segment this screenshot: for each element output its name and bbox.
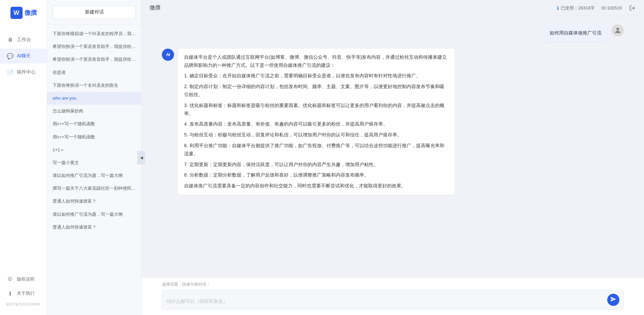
chat-list-item[interactable]: who are you — [47, 92, 141, 105]
chat-list: 下面你将模拟成一个叫圣友的程序员，我说...希望你扮演一个英语发音助手，我提供给… — [47, 25, 141, 315]
nav-icon-email: 📄 — [7, 69, 13, 76]
chat-list-item[interactable]: 普通人如何快速致富？ — [47, 221, 141, 234]
left-nav: W 微撰 🖥 工作台 💬 AI聊天 📄 稿件中心 © 版权说明 ℹ 关于我们 冀… — [0, 0, 47, 315]
chat-list-item[interactable]: 撰写一篇关于八大家花园社区一刻钟便民生... — [47, 182, 141, 195]
nav-icon-ai-chat: 💬 — [7, 53, 13, 59]
topbar-title: 微撰 — [150, 4, 160, 11]
chat-list-item[interactable]: 普通人如何快速致富？ — [47, 195, 141, 208]
copyright-icon: © — [7, 276, 13, 283]
chat-input[interactable] — [166, 298, 604, 306]
new-chat-button[interactable]: 新建对话 — [53, 5, 136, 19]
chat-list-item[interactable]: 写一篇小黄文 — [47, 156, 141, 169]
main-content: 微撰 ℹ 已使用：28318字 ID:100519 如何用自媒体做推广引流AI自… — [142, 0, 644, 315]
logout-button[interactable] — [628, 4, 636, 12]
chat-list-item[interactable]: 你是谁 — [47, 66, 141, 79]
nav-items: 🖥 工作台 💬 AI聊天 📄 稿件中心 — [0, 32, 47, 272]
chat-list-item[interactable]: 希望你扮演一个英语发音助手，我提供给你... — [47, 40, 141, 53]
usage-display: ℹ 已使用：28318字 — [557, 5, 595, 11]
send-button[interactable] — [607, 294, 619, 306]
chat-list-item[interactable]: 下面你将模拟成一个叫圣友的程序员，我说... — [47, 27, 141, 40]
chat-list-item[interactable]: 希望你扮演一个英语发音助手，我提供给你... — [47, 53, 141, 66]
chat-area: 如何用自媒体做推广引流AI自媒体平台是个人或团队通过互联网平台(如博客、微博、微… — [142, 16, 644, 277]
chat-list-item[interactable]: 请以如何推广引流为题，写一篇大纲 — [47, 169, 141, 182]
nav-label-workspace: 工作台 — [17, 37, 31, 43]
send-icon — [610, 296, 616, 304]
info-icon: ℹ — [557, 5, 559, 11]
nav-item-workspace[interactable]: 🖥 工作台 — [0, 32, 47, 47]
topbar-right: ℹ 已使用：28318字 ID:100519 — [557, 4, 636, 12]
chat-list-item[interactable]: 下面你将扮演一个名叫圣友的医生 — [47, 79, 141, 92]
topbar: 微撰 ℹ 已使用：28318字 ID:100519 — [142, 0, 644, 16]
ai-message: 自媒体平台是个人或团队通过互联网平台(如博客、微博、微信公众号、抖音、快手等)发… — [178, 49, 455, 195]
nav-label-email: 稿件中心 — [17, 69, 36, 75]
logo-icon: W — [10, 7, 23, 19]
nav-label-ai-chat: AI聊天 — [17, 53, 31, 59]
nav-item-ai-chat[interactable]: 💬 AI聊天 — [0, 49, 47, 63]
info-icon: ℹ — [7, 290, 13, 297]
collapse-sidebar-button[interactable]: ◀ — [137, 151, 145, 164]
copyright-item[interactable]: © 版权说明 — [0, 272, 47, 286]
user-message: 如何用自媒体做推广引流 — [544, 24, 608, 42]
input-area: 选择话题，快速与我对话： — [142, 277, 644, 315]
chat-list-item[interactable]: 请以如何推广引流为题，写一篇大纲 — [47, 208, 141, 221]
user-avatar — [612, 24, 624, 36]
input-wrapper — [162, 290, 624, 310]
nav-item-email[interactable]: 📄 稿件中心 — [0, 65, 47, 80]
svg-point-1 — [616, 28, 619, 30]
nav-icon-workspace: 🖥 — [7, 36, 13, 43]
quick-topics-label: 选择话题，快速与我对话： — [162, 282, 624, 287]
message-row-user: 如何用自媒体做推广引流 — [162, 24, 624, 42]
message-row-assistant: AI自媒体平台是个人或团队通过互联网平台(如博客、微博、微信公众号、抖音、快手等… — [162, 49, 624, 195]
chat-list-item[interactable]: 1+1＝ — [47, 143, 141, 156]
user-id: ID:100519 — [602, 5, 622, 10]
about-item[interactable]: ℹ 关于我们 — [0, 287, 47, 300]
chat-sidebar: 新建对话 下面你将模拟成一个叫圣友的程序员，我说...希望你扮演一个英语发音助手… — [47, 0, 142, 315]
chat-list-item[interactable]: 用c++写一个随机函数 — [47, 131, 141, 143]
ai-avatar: AI — [162, 49, 174, 61]
chat-list-item[interactable]: 怎么做狗屎炒肉 — [47, 105, 141, 117]
chat-list-item[interactable]: 用c++写一个随机函数 — [47, 117, 141, 130]
icp-text: 冀ICP备2022015848号 — [0, 301, 47, 308]
app-name: 微撰 — [25, 9, 37, 17]
logo-area: W 微撰 — [10, 7, 37, 19]
sidebar-header: 新建对话 — [47, 0, 141, 25]
nav-footer: © 版权说明 ℹ 关于我们 冀ICP备2022015848号 — [0, 272, 47, 312]
